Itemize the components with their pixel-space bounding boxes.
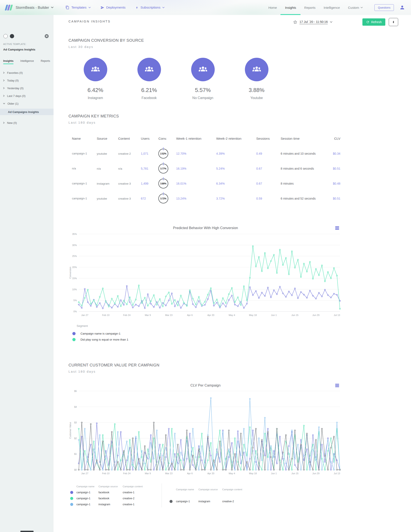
svg-text:Jun 29: Jun 29 xyxy=(312,314,319,316)
date-range-value[interactable]: 17 Jul `20 - 11:50:16 xyxy=(299,20,328,24)
theme-light-toggle[interactable] xyxy=(3,34,8,38)
legend-content: creative-2 xyxy=(123,495,157,501)
segment-legend-title: Segment xyxy=(77,324,128,327)
cell-week1: 13.24% xyxy=(176,197,216,200)
col-week2: Week-2 retention xyxy=(216,137,256,141)
svg-text:Jun 1: Jun 1 xyxy=(271,314,277,316)
svg-text:20%: 20% xyxy=(72,266,77,268)
legend-divider xyxy=(162,484,162,507)
questions-button[interactable]: Questions xyxy=(374,4,394,11)
close-icon[interactable] xyxy=(44,34,49,38)
sidebar-tab-intelligence[interactable]: Intelligence xyxy=(20,59,34,64)
quick-actions-button[interactable] xyxy=(389,18,398,26)
svg-text:Feb 24: Feb 24 xyxy=(123,472,130,475)
section-subtitle: Last 180 days xyxy=(68,370,159,373)
table-row: campaign-1 instagram creative-3 1,499 3.… xyxy=(68,176,340,191)
menu-templates[interactable]: Templates xyxy=(66,6,91,10)
svg-text:30%: 30% xyxy=(72,244,77,247)
tree-label: Favorites (0) xyxy=(7,71,23,75)
sidebar-item-favorites[interactable]: Favorites (0) xyxy=(0,69,54,76)
legend-header-source: Campaign source xyxy=(98,484,123,489)
legend-content: creative-1 xyxy=(123,489,157,495)
conversion-value: 5.57% xyxy=(195,87,211,94)
sidebar-item-new[interactable]: New (0) xyxy=(0,119,54,127)
cell-source: n/a xyxy=(93,167,115,170)
svg-text:10%: 10% xyxy=(72,288,77,291)
sidebar-item-last-7-days[interactable]: Last 7 days (0) xyxy=(0,92,54,100)
sidebar-tab-insights[interactable]: Insights xyxy=(3,59,13,64)
col-users: Users xyxy=(137,137,156,141)
conversion-section-header: CAMPAIGN CONVERSION BY SOURCE Last 30 da… xyxy=(68,38,144,48)
svg-text:Mar 9: Mar 9 xyxy=(145,472,151,475)
date-range-picker[interactable]: 17 Jul `20 - 11:50:16 xyxy=(293,20,333,24)
svg-text:Jul 13: Jul 13 xyxy=(334,472,340,475)
user-avatar[interactable] xyxy=(400,5,405,10)
nav-reports[interactable]: Reports xyxy=(304,0,315,15)
conversion-label: Facebook xyxy=(141,96,157,100)
chevron-down-icon xyxy=(162,7,165,8)
group-icon xyxy=(252,65,262,75)
svg-text:May 4: May 4 xyxy=(229,472,235,475)
cell-week1: 12.70% xyxy=(176,152,216,155)
sidebar-item-ad-campaigns-insights[interactable]: Ad Campaigns Insights xyxy=(0,109,54,115)
nav-menu: Templates Deployments Subscriptions xyxy=(66,6,165,10)
cell-clv: $0.51 xyxy=(319,197,340,200)
scrollbar-thumb[interactable] xyxy=(20,531,34,532)
series-dot xyxy=(72,338,76,341)
nav-custom[interactable]: Custom xyxy=(348,0,363,15)
star-icon[interactable] xyxy=(293,20,297,24)
nav-home[interactable]: Home xyxy=(268,0,277,15)
sidebar-tree: Favorites (0) Today (0) Yesterday (0) La… xyxy=(0,69,54,127)
svg-text:Mar 23: Mar 23 xyxy=(165,314,173,316)
table-row: campaign-1 youtube creative-2 1,071 2.52… xyxy=(68,146,340,161)
sidebar-item-older[interactable]: Older (1) xyxy=(0,100,54,107)
sidebar-item-today[interactable]: Today (0) xyxy=(0,76,54,84)
svg-text:Customer Value: Customer Value xyxy=(69,422,71,439)
nav-insights[interactable]: Insights xyxy=(285,0,296,15)
svg-text:May 18: May 18 xyxy=(249,314,257,316)
col-content: Content xyxy=(115,137,137,141)
svg-text:Apr 20: Apr 20 xyxy=(207,314,214,316)
sidebar-tab-reports[interactable]: Reports xyxy=(41,59,50,64)
cell-source: youtube xyxy=(93,197,115,200)
refresh-button[interactable]: Refresh xyxy=(362,19,385,26)
chart-menu-icon[interactable] xyxy=(335,226,339,230)
legend-header-name: Campaign name xyxy=(76,484,98,489)
svg-text:$0: $0 xyxy=(74,468,77,471)
cell-session-time: 8 minutes and 6 seconds xyxy=(281,167,319,170)
svg-text:Jun 15: Jun 15 xyxy=(291,472,298,475)
menu-deployments-label: Deployments xyxy=(106,6,126,10)
theme-dark-toggle[interactable] xyxy=(10,34,14,38)
segment-legend: Segment Campaign name is campaign-1 Did … xyxy=(68,324,128,342)
menu-deployments[interactable]: Deployments xyxy=(101,6,126,10)
bolt-icon xyxy=(392,20,395,24)
audience-circle xyxy=(137,58,161,81)
svg-text:Jan 27: Jan 27 xyxy=(81,472,88,475)
col-sessions: Sessions xyxy=(256,137,281,141)
group-icon xyxy=(90,65,100,75)
legend-name: campaign-1 xyxy=(76,501,98,507)
nav-intelligence[interactable]: Intelligence xyxy=(324,0,340,15)
sidebar-item-yesterday[interactable]: Yesterday (0) xyxy=(0,84,54,92)
menu-subscriptions[interactable]: Subscriptions xyxy=(135,6,165,10)
svg-text:15%: 15% xyxy=(72,277,77,280)
cell-clv: $0.48 xyxy=(319,182,340,185)
chevron-right-icon xyxy=(3,87,5,89)
app-window: StormBeats - Builder Templates Deploymen… xyxy=(0,0,411,532)
clv-legend-group-2: Campaign name Campaign source Campaign c… xyxy=(168,484,256,507)
copy-icon xyxy=(66,6,69,10)
legend-label: Campaign name is campaign-1 xyxy=(80,332,120,335)
brand-menu[interactable]: StormBeats - Builder xyxy=(6,5,54,10)
sidebar-tabs: Insights Intelligence Reports xyxy=(3,59,50,64)
gauge-tick xyxy=(163,192,164,195)
legend-name: campaign-1 xyxy=(176,498,198,504)
legend-header-source: Campaign source xyxy=(198,486,222,493)
conversion-card-youtube: 3.88% Youtube xyxy=(230,58,284,100)
menu-subscriptions-label: Subscriptions xyxy=(140,6,160,10)
chart-menu-icon[interactable] xyxy=(335,384,339,387)
table-row: campaign-1 youtube creative-3 672 3.72% … xyxy=(68,191,340,206)
group-icon xyxy=(144,65,154,75)
cell-name: campaign-1 xyxy=(72,181,89,186)
cell-users: 1,499 xyxy=(137,182,156,185)
conversion-value: 6.42% xyxy=(88,87,103,94)
